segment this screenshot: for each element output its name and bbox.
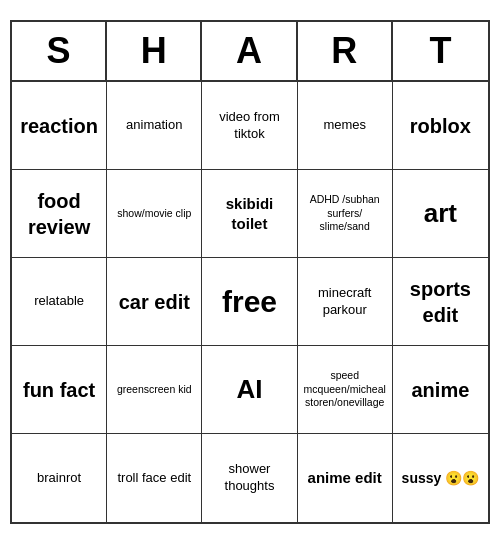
- cell-0-3[interactable]: memes: [298, 82, 393, 170]
- cell-text-1-0: food review: [16, 188, 102, 240]
- cell-2-4[interactable]: sports edit: [393, 258, 488, 346]
- cell-1-0[interactable]: food review: [12, 170, 107, 258]
- cell-text-1-2: skibidi toilet: [206, 194, 292, 233]
- cell-text-4-2: shower thoughts: [206, 461, 292, 495]
- cell-2-1[interactable]: car edit: [107, 258, 202, 346]
- cell-3-3[interactable]: speed mcqueen/micheal storen/onevillage: [298, 346, 393, 434]
- cell-text-1-3: ADHD /subhan surfers/ slime/sand: [302, 193, 388, 234]
- cell-text-3-2: AI: [236, 373, 262, 407]
- cell-4-2[interactable]: shower thoughts: [202, 434, 297, 522]
- cell-0-1[interactable]: animation: [107, 82, 202, 170]
- header-a: A: [202, 22, 297, 80]
- cell-text-4-1: troll face edit: [117, 470, 191, 487]
- cell-text-0-3: memes: [323, 117, 366, 134]
- cell-text-0-0: reaction: [20, 113, 98, 139]
- cell-3-4[interactable]: anime: [393, 346, 488, 434]
- cell-4-1[interactable]: troll face edit: [107, 434, 202, 522]
- bingo-grid: reaction animation video from tiktok mem…: [12, 82, 488, 522]
- cell-text-0-2: video from tiktok: [206, 109, 292, 143]
- header-t: T: [393, 22, 488, 80]
- cell-text-1-4: art: [424, 197, 457, 231]
- bingo-header: S H A R T: [12, 22, 488, 82]
- cell-0-4[interactable]: roblox: [393, 82, 488, 170]
- header-s: S: [12, 22, 107, 80]
- cell-text-3-0: fun fact: [23, 377, 95, 403]
- cell-text-0-1: animation: [126, 117, 182, 134]
- cell-2-2[interactable]: free: [202, 258, 297, 346]
- cell-0-2[interactable]: video from tiktok: [202, 82, 297, 170]
- cell-2-3[interactable]: minecraft parkour: [298, 258, 393, 346]
- cell-1-3[interactable]: ADHD /subhan surfers/ slime/sand: [298, 170, 393, 258]
- cell-4-0[interactable]: brainrot: [12, 434, 107, 522]
- cell-4-4[interactable]: sussy 😮😮: [393, 434, 488, 522]
- cell-0-0[interactable]: reaction: [12, 82, 107, 170]
- cell-text-3-1: greenscreen kid: [117, 383, 192, 397]
- cell-text-1-1: show/movie clip: [117, 207, 191, 221]
- cell-1-1[interactable]: show/movie clip: [107, 170, 202, 258]
- cell-3-0[interactable]: fun fact: [12, 346, 107, 434]
- cell-text-2-1: car edit: [119, 289, 190, 315]
- bingo-card: S H A R T reaction animation video from …: [10, 20, 490, 524]
- cell-text-4-3: anime edit: [308, 468, 382, 488]
- cell-text-2-2: free: [222, 282, 277, 321]
- cell-text-2-0: relatable: [34, 293, 84, 310]
- cell-text-3-3: speed mcqueen/micheal storen/onevillage: [302, 369, 388, 410]
- cell-text-4-4: sussy 😮😮: [402, 469, 480, 487]
- cell-2-0[interactable]: relatable: [12, 258, 107, 346]
- cell-3-1[interactable]: greenscreen kid: [107, 346, 202, 434]
- cell-3-2[interactable]: AI: [202, 346, 297, 434]
- cell-text-2-4: sports edit: [397, 276, 484, 328]
- cell-text-3-4: anime: [411, 377, 469, 403]
- header-r: R: [298, 22, 393, 80]
- header-h: H: [107, 22, 202, 80]
- cell-text-4-0: brainrot: [37, 470, 81, 487]
- cell-4-3[interactable]: anime edit: [298, 434, 393, 522]
- cell-text-0-4: roblox: [410, 113, 471, 139]
- cell-1-4[interactable]: art: [393, 170, 488, 258]
- cell-text-2-3: minecraft parkour: [302, 285, 388, 319]
- cell-1-2[interactable]: skibidi toilet: [202, 170, 297, 258]
